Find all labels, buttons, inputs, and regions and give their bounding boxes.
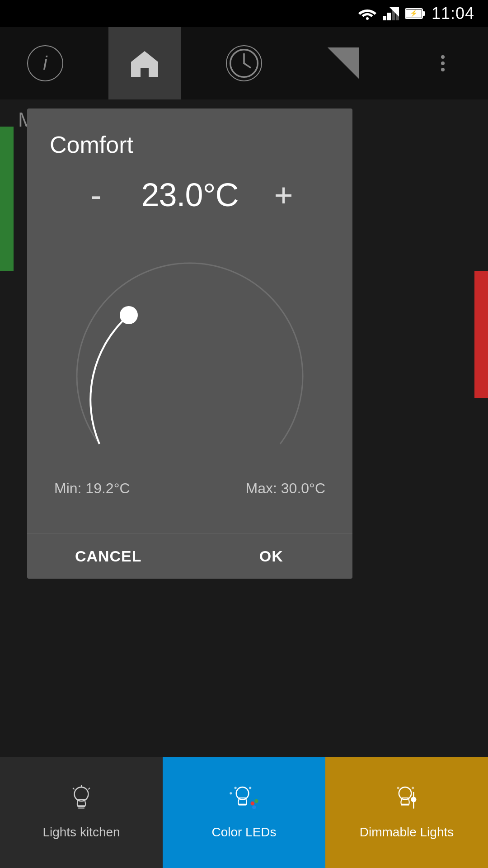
home-icon bbox=[129, 47, 160, 79]
info-button[interactable]: i bbox=[9, 27, 81, 99]
tab-color-leds-label: Color LEDs bbox=[211, 825, 276, 840]
svg-rect-7 bbox=[422, 11, 425, 16]
modal-buttons: CANCEL OK bbox=[27, 533, 352, 579]
dial-svg bbox=[59, 236, 321, 471]
dimmable-lights-icon bbox=[391, 785, 422, 817]
cancel-button[interactable]: CANCEL bbox=[27, 533, 190, 579]
bottom-tabs: Lights kitchen Color LEDs bbox=[0, 757, 488, 868]
nav-bar: i bbox=[0, 27, 488, 99]
max-label: Max: 30.0°C bbox=[246, 480, 325, 497]
modal-title: Comfort bbox=[50, 131, 330, 158]
signal-icon bbox=[383, 7, 399, 20]
more-icon bbox=[441, 55, 445, 71]
tab-lights-kitchen-label: Lights kitchen bbox=[42, 825, 120, 840]
min-label: Min: 19.2°C bbox=[54, 480, 130, 497]
tab-dimmable-lights[interactable]: Dimmable Lights bbox=[325, 757, 488, 868]
svg-point-36 bbox=[412, 787, 414, 789]
svg-line-21 bbox=[73, 788, 74, 789]
tab-lights-kitchen[interactable]: Lights kitchen bbox=[0, 757, 163, 868]
svg-point-25 bbox=[251, 802, 255, 806]
svg-line-22 bbox=[88, 788, 89, 789]
svg-line-13 bbox=[244, 63, 250, 67]
status-icons: ⚡ 11:04 bbox=[358, 4, 474, 23]
ok-button[interactable]: OK bbox=[190, 533, 353, 579]
svg-point-26 bbox=[254, 799, 258, 803]
svg-rect-2 bbox=[387, 13, 391, 20]
bg-green-tile bbox=[0, 127, 14, 271]
status-time: 11:04 bbox=[432, 4, 474, 23]
status-bar: ⚡ 11:04 bbox=[0, 0, 488, 27]
svg-point-27 bbox=[252, 806, 256, 810]
temperature-value: 23.0°C bbox=[141, 176, 239, 213]
bg-red-tile bbox=[474, 271, 488, 398]
svg-text:⚡: ⚡ bbox=[409, 9, 418, 17]
clock-button[interactable] bbox=[208, 27, 280, 99]
minmax-row: Min: 19.2°C Max: 30.0°C bbox=[50, 480, 330, 497]
chart-icon bbox=[328, 47, 359, 79]
svg-marker-10 bbox=[131, 51, 158, 77]
svg-point-0 bbox=[366, 17, 369, 20]
color-leds-icon bbox=[228, 785, 260, 817]
lights-kitchen-icon bbox=[70, 785, 93, 817]
increment-button[interactable]: + bbox=[265, 179, 301, 211]
svg-rect-1 bbox=[383, 16, 386, 20]
svg-point-29 bbox=[249, 787, 251, 789]
svg-point-28 bbox=[235, 787, 237, 789]
home-button[interactable] bbox=[108, 27, 181, 99]
tab-color-leds[interactable]: Color LEDs bbox=[163, 757, 325, 868]
decrement-button[interactable]: - bbox=[78, 179, 114, 211]
info-icon: i bbox=[27, 45, 63, 81]
clock-icon bbox=[226, 45, 262, 81]
more-button[interactable] bbox=[407, 27, 479, 99]
battery-icon: ⚡ bbox=[405, 8, 425, 19]
temperature-control: - 23.0°C + bbox=[50, 176, 330, 213]
svg-point-16 bbox=[120, 306, 138, 324]
wifi-icon bbox=[358, 7, 376, 20]
svg-marker-15 bbox=[328, 47, 359, 79]
temperature-dial[interactable] bbox=[59, 236, 321, 471]
tab-dimmable-lights-label: Dimmable Lights bbox=[360, 825, 454, 840]
comfort-modal: Comfort - 23.0°C + Min: 19.2°C Max: 30.0… bbox=[27, 108, 352, 579]
svg-point-17 bbox=[75, 787, 89, 801]
svg-point-30 bbox=[230, 792, 232, 794]
svg-point-34 bbox=[411, 797, 416, 802]
chart-button[interactable] bbox=[307, 27, 380, 99]
modal-content: Comfort - 23.0°C + Min: 19.2°C Max: 30.0… bbox=[27, 108, 352, 533]
svg-point-35 bbox=[397, 787, 399, 789]
